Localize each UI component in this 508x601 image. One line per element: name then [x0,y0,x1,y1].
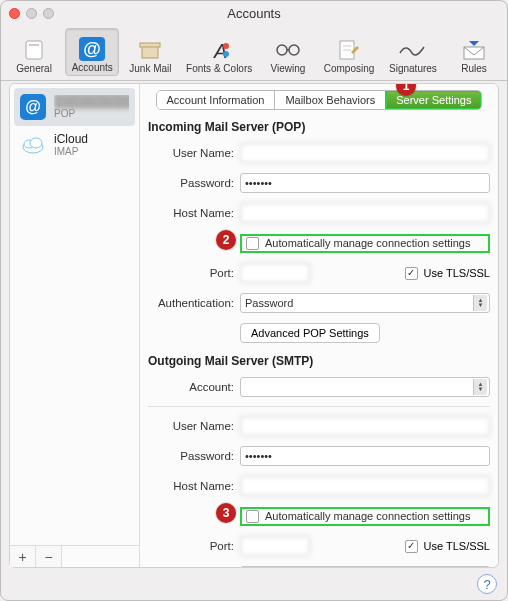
chevron-updown-icon: ▲▼ [473,295,487,311]
divider [148,406,490,407]
auth-label: Authentication: [148,297,240,309]
incoming-auth-select[interactable]: Password▲▼ [240,293,490,313]
tab-mailbox-behaviors[interactable]: Mailbox Behaviors [275,91,386,109]
gear-icon [19,37,49,63]
tool-junk[interactable]: Junk Mail [123,28,177,76]
port-label: Port: [148,540,240,552]
at-icon: @ [77,36,107,62]
tool-accounts[interactable]: @ Accounts [65,28,119,76]
incoming-auto-checkbox[interactable] [246,237,259,250]
password-label: Password: [148,177,240,189]
outgoing-hostname-input[interactable] [240,476,490,496]
username-label: User Name: [148,147,240,159]
fonts-icon: A [204,37,234,63]
tls-label: Use TLS/SSL [424,267,490,279]
outgoing-tls-checkbox[interactable] [405,540,418,553]
username-label: User Name: [148,420,240,432]
outgoing-port-input[interactable] [240,536,310,556]
account-name: iCloud [54,133,88,146]
tab-account-info[interactable]: Account Information [157,91,276,109]
svg-rect-1 [29,44,39,46]
svg-rect-5 [140,43,160,47]
at-icon: @ [20,94,46,120]
account-type: POP [54,108,129,119]
incoming-username-input[interactable] [240,143,490,163]
tls-label: Use TLS/SSL [424,540,490,552]
tool-label: Viewing [271,63,306,74]
tool-label: Fonts & Colors [186,63,252,74]
accounts-list: @ ██████████ POP iCloud IMAP [10,84,139,545]
incoming-heading: Incoming Mail Server (POP) [148,120,490,134]
tool-label: General [16,63,52,74]
tool-label: Rules [461,63,487,74]
sidebar-footer: + − [10,545,139,567]
advanced-pop-button[interactable]: Advanced POP Settings [240,323,380,343]
add-account-button[interactable]: + [10,546,36,567]
outgoing-auto-checkbox[interactable] [246,510,259,523]
account-item-pop[interactable]: @ ██████████ POP [14,88,135,126]
account-type: IMAP [54,146,88,157]
signature-icon [398,37,428,63]
titlebar: Accounts [1,1,507,25]
compose-icon [334,37,364,63]
content-pane: @ ██████████ POP iCloud IMAP + − 1 A [9,83,499,568]
tool-signatures[interactable]: Signatures [383,28,443,76]
help-button[interactable]: ? [477,574,497,594]
password-label: Password: [148,450,240,462]
outgoing-username-input[interactable] [240,416,490,436]
glasses-icon [273,37,303,63]
auto-manage-label: Automatically manage connection settings [265,237,470,249]
svg-text:@: @ [83,39,101,59]
callout-3: 3 [216,503,236,523]
hostname-label: Host Name: [148,480,240,492]
auto-manage-label: Automatically manage connection settings [265,510,470,522]
outgoing-heading: Outgoing Mail Server (SMTP) [148,354,490,368]
tabs: Account Information Mailbox Behaviors Se… [148,90,490,110]
account-name: ██████████ [54,95,129,108]
cloud-icon [20,132,46,158]
tool-label: Accounts [72,62,113,73]
tool-viewing[interactable]: Viewing [261,28,315,76]
prefs-toolbar: General @ Accounts Junk Mail A Fonts & C… [1,25,507,81]
outgoing-password-input[interactable] [240,446,490,466]
rules-icon [459,37,489,63]
window-title: Accounts [1,6,507,21]
account-item-icloud[interactable]: iCloud IMAP [14,126,135,164]
hostname-label: Host Name: [148,207,240,219]
incoming-port-input[interactable] [240,263,310,283]
incoming-tls-checkbox[interactable] [405,267,418,280]
account-label: Account: [148,381,240,393]
svg-point-7 [223,43,229,49]
trash-icon [135,37,165,63]
tool-rules[interactable]: Rules [447,28,501,76]
svg-point-8 [223,51,229,57]
incoming-password-input[interactable] [240,173,490,193]
remove-account-button[interactable]: − [36,546,62,567]
tool-label: Composing [324,63,375,74]
settings-panel: 1 Account Information Mailbox Behaviors … [140,84,498,567]
svg-point-9 [277,45,287,55]
callout-2: 2 [216,230,236,250]
svg-point-18 [30,138,42,148]
tool-label: Junk Mail [129,63,171,74]
outgoing-auth-select[interactable]: Password▲▼ [240,566,490,567]
outgoing-account-select[interactable]: ▲▼ [240,377,490,397]
port-label: Port: [148,267,240,279]
tool-label: Signatures [389,63,437,74]
accounts-sidebar: @ ██████████ POP iCloud IMAP + − [10,84,140,567]
incoming-hostname-input[interactable] [240,203,490,223]
chevron-updown-icon: ▲▼ [473,379,487,395]
tool-general[interactable]: General [7,28,61,76]
svg-rect-4 [142,46,158,58]
svg-rect-0 [26,41,42,59]
tool-composing[interactable]: Composing [319,28,379,76]
tool-fonts[interactable]: A Fonts & Colors [181,28,256,76]
svg-point-10 [289,45,299,55]
